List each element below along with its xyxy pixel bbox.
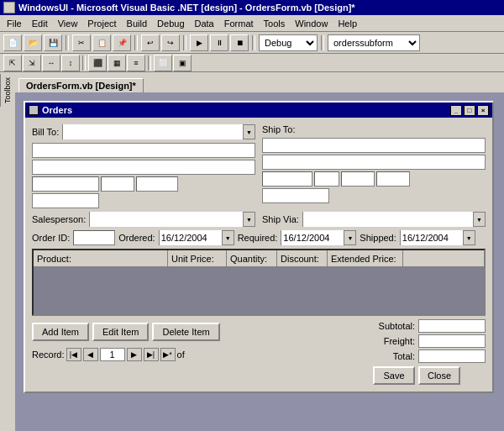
menu-view[interactable]: View — [53, 17, 83, 30]
start-btn[interactable]: ▶ — [190, 34, 208, 51]
tb2-btn2[interactable]: ⇲ — [23, 55, 41, 71]
freight-label: Freight: — [373, 336, 415, 346]
ship-to-addr2[interactable] — [262, 155, 486, 170]
total-label: Total: — [373, 351, 415, 361]
tb2-btn9[interactable]: ▣ — [173, 55, 192, 71]
delete-item-button[interactable]: Delete Item — [152, 323, 219, 341]
add-item-button[interactable]: Add Item — [32, 323, 89, 341]
copy-btn[interactable]: 📋 — [92, 34, 111, 51]
app-title: WindowsUI - Microsoft Visual Basic .NET … — [18, 3, 355, 13]
bill-to-addr1[interactable] — [32, 143, 255, 158]
toolbar-2: ⇱ ⇲ ↔ ↕ ⬛ ▦ ≡ ⬜ ▣ — [0, 54, 504, 72]
shipped-label: Shipped: — [360, 233, 396, 243]
toolbox-sidebar[interactable]: Toolbox — [0, 74, 15, 107]
tb2-btn1[interactable]: ⇱ — [3, 55, 22, 71]
required-arrow[interactable]: ▼ — [344, 231, 355, 244]
undo-btn[interactable]: ↩ — [141, 34, 160, 51]
ship-via-arrow[interactable]: ▼ — [473, 213, 485, 226]
orders-form-window: Orders _ □ × Bill To: — [24, 101, 494, 393]
open-btn[interactable]: 📂 — [24, 34, 42, 51]
totals-section: Subtotal: Freight: Total: — [373, 319, 486, 385]
debug-mode-combo[interactable]: Debug — [259, 34, 318, 51]
ship-to-zip[interactable] — [341, 171, 375, 187]
design-canvas: Orders _ □ × Bill To: — [15, 92, 504, 431]
bill-to-zip[interactable] — [136, 176, 178, 192]
menu-data[interactable]: Data — [190, 17, 219, 30]
edit-item-button[interactable]: Edit Item — [92, 323, 149, 341]
shipped-arrow[interactable]: ▼ — [463, 231, 475, 244]
ship-to-extra[interactable] — [376, 171, 410, 187]
bill-to-combo[interactable]: ▼ — [62, 124, 255, 139]
tb2-btn7[interactable]: ≡ — [127, 55, 145, 71]
form-title: Orders — [42, 105, 72, 115]
menu-help[interactable]: Help — [333, 17, 362, 30]
form-body: Bill To: ▼ — [25, 118, 492, 392]
ship-to-country[interactable] — [262, 188, 329, 203]
ship-to-city[interactable] — [262, 171, 312, 187]
col-quantity: Quantity: — [227, 250, 277, 266]
close-window-button[interactable]: × — [477, 105, 489, 116]
save-button[interactable]: Save — [373, 366, 415, 385]
new-btn[interactable]: 📄 — [3, 34, 22, 51]
nav-next[interactable]: ▶ — [127, 348, 142, 361]
menu-format[interactable]: Format — [219, 17, 259, 30]
ship-to-addr1[interactable] — [262, 138, 486, 153]
bill-to-state[interactable] — [101, 176, 134, 192]
paste-btn[interactable]: 📌 — [113, 34, 131, 51]
bill-to-city[interactable] — [32, 176, 99, 192]
menu-bar: File Edit View Project Build Debug Data … — [0, 15, 504, 32]
tb2-btn4[interactable]: ↕ — [61, 55, 80, 71]
tb2-btn3[interactable]: ↔ — [42, 55, 60, 71]
required-combo[interactable]: 16/12/2004 ▼ — [281, 230, 356, 245]
freight-input[interactable] — [418, 334, 486, 348]
bill-to-country[interactable] — [32, 193, 99, 208]
maximize-button[interactable]: □ — [464, 105, 475, 116]
minimize-button[interactable]: _ — [450, 105, 462, 116]
nav-prev[interactable]: ◀ — [83, 348, 98, 361]
redo-btn[interactable]: ↪ — [161, 34, 180, 51]
menu-debug[interactable]: Debug — [152, 17, 189, 30]
project-combo[interactable]: orderssubform — [328, 34, 420, 51]
salesperson-arrow[interactable]: ▼ — [243, 213, 255, 226]
sep2 — [134, 35, 138, 50]
nav-last[interactable]: ▶| — [144, 348, 159, 361]
menu-file[interactable]: File — [2, 17, 27, 30]
item-buttons-row: Add Item Edit Item Delete Item — [32, 323, 220, 341]
menu-project[interactable]: Project — [82, 17, 121, 30]
record-navigator: Record: |◀ ◀ ▶ ▶| ▶* of — [32, 348, 220, 361]
menu-edit[interactable]: Edit — [27, 17, 53, 30]
bill-to-arrow[interactable]: ▼ — [243, 125, 255, 139]
close-button[interactable]: Close — [418, 366, 460, 385]
menu-tools[interactable]: Tools — [259, 17, 291, 30]
order-id-input[interactable] — [73, 230, 115, 245]
col-discount: Discount: — [277, 250, 328, 266]
tb2-btn6[interactable]: ▦ — [108, 55, 126, 71]
shipped-combo[interactable]: 16/12/2004 ▼ — [400, 230, 475, 245]
total-input[interactable] — [418, 350, 486, 363]
ordered-combo[interactable]: 16/12/2004 ▼ — [159, 230, 234, 245]
bottom-area: Add Item Edit Item Delete Item Record: |… — [32, 319, 486, 385]
subtotal-input[interactable] — [418, 319, 486, 333]
nav-new[interactable]: ▶* — [160, 348, 176, 361]
ship-to-state[interactable] — [314, 171, 339, 187]
ordered-arrow[interactable]: ▼ — [222, 231, 234, 244]
bill-to-addr2[interactable] — [32, 160, 255, 175]
tb2-btn5[interactable]: ⬛ — [88, 55, 107, 71]
nav-first[interactable]: |◀ — [66, 348, 81, 361]
menu-build[interactable]: Build — [122, 17, 152, 30]
menu-window[interactable]: Window — [290, 17, 333, 30]
action-buttons: Add Item Edit Item Delete Item Record: |… — [32, 319, 220, 361]
tb2-btn8[interactable]: ⬜ — [154, 55, 172, 71]
pause-btn[interactable]: ⏸ — [210, 34, 228, 51]
ship-via-row: Ship Via: ▼ — [262, 212, 486, 227]
salesperson-combo[interactable]: ▼ — [89, 212, 255, 227]
cut-btn[interactable]: ✂ — [72, 34, 91, 51]
grid-body — [34, 267, 484, 316]
record-number[interactable] — [100, 348, 125, 361]
ship-via-combo[interactable]: ▼ — [302, 212, 486, 227]
save-btn[interactable]: 💾 — [44, 34, 62, 51]
record-label: Record: — [32, 350, 65, 360]
stop-btn[interactable]: ⏹ — [230, 34, 249, 51]
order-items-grid[interactable]: Product: Unit Price: Quantity: Discount:… — [32, 249, 486, 316]
tab-orders-form[interactable]: OrdersForm.vb [Design]* — [18, 78, 144, 92]
